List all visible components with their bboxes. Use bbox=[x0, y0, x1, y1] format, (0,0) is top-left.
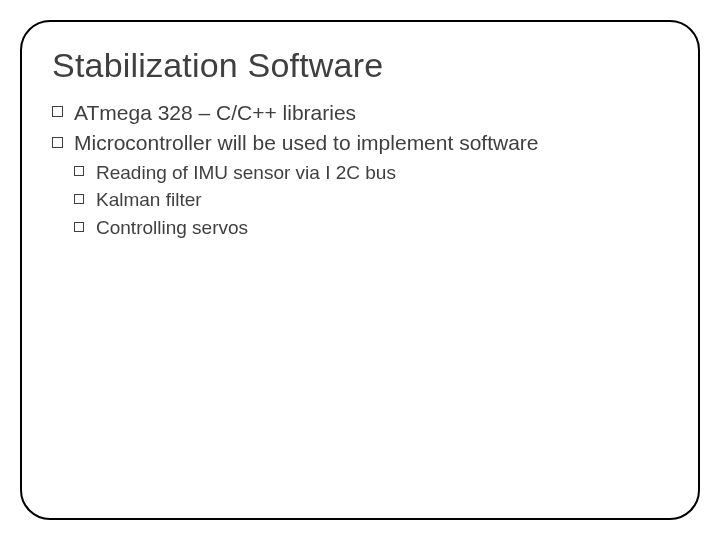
bullet-list: ATmega 328 – C/C++ libraries Microcontro… bbox=[52, 99, 668, 241]
square-bullet-icon bbox=[74, 222, 84, 232]
bullet-item: Microcontroller will be used to implemen… bbox=[52, 129, 668, 240]
bullet-text: Microcontroller will be used to implemen… bbox=[74, 131, 539, 154]
sub-bullet-item: Reading of IMU sensor via I 2C bus bbox=[74, 160, 668, 186]
sub-bullet-item: Controlling servos bbox=[74, 215, 668, 241]
sub-bullet-text: Reading of IMU sensor via I 2C bus bbox=[96, 162, 396, 183]
square-bullet-icon bbox=[74, 166, 84, 176]
square-bullet-icon bbox=[74, 194, 84, 204]
sub-bullet-list: Reading of IMU sensor via I 2C bus Kalma… bbox=[74, 160, 668, 241]
sub-bullet-text: Controlling servos bbox=[96, 217, 248, 238]
sub-bullet-text: Kalman filter bbox=[96, 189, 202, 210]
bullet-item: ATmega 328 – C/C++ libraries bbox=[52, 99, 668, 127]
slide-frame: Stabilization Software ATmega 328 – C/C+… bbox=[20, 20, 700, 520]
square-bullet-icon bbox=[52, 137, 63, 148]
bullet-text: ATmega 328 – C/C++ libraries bbox=[74, 101, 356, 124]
sub-bullet-item: Kalman filter bbox=[74, 187, 668, 213]
slide-title: Stabilization Software bbox=[52, 46, 668, 85]
square-bullet-icon bbox=[52, 106, 63, 117]
